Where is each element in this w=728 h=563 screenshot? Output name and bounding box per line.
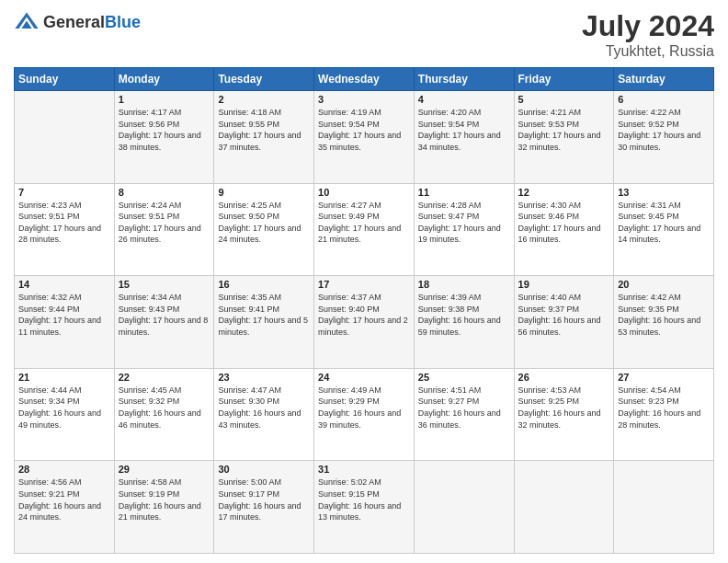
day-number: 23 — [218, 372, 310, 383]
day-info: Sunrise: 4:34 AMSunset: 9:43 PMDaylight:… — [119, 292, 210, 338]
day-number: 16 — [218, 279, 310, 290]
day-info: Sunrise: 5:00 AMSunset: 9:17 PMDaylight:… — [218, 477, 310, 523]
col-sunday: Sunday — [15, 68, 115, 91]
calendar-cell: 18 Sunrise: 4:39 AMSunset: 9:38 PMDaylig… — [414, 276, 514, 369]
day-info: Sunrise: 4:24 AMSunset: 9:51 PMDaylight:… — [119, 200, 210, 246]
day-number: 27 — [618, 372, 710, 383]
day-number: 26 — [518, 372, 610, 383]
calendar-cell: 9 Sunrise: 4:25 AMSunset: 9:50 PMDayligh… — [214, 183, 314, 276]
day-number: 18 — [418, 279, 510, 290]
calendar-cell — [514, 461, 614, 554]
day-info: Sunrise: 4:42 AMSunset: 9:35 PMDaylight:… — [618, 292, 710, 338]
day-info: Sunrise: 4:30 AMSunset: 9:46 PMDaylight:… — [518, 200, 610, 246]
calendar-cell — [614, 461, 714, 554]
calendar-cell: 14 Sunrise: 4:32 AMSunset: 9:44 PMDaylig… — [15, 276, 115, 369]
day-info: Sunrise: 4:18 AMSunset: 9:55 PMDaylight:… — [218, 107, 310, 153]
day-info: Sunrise: 4:45 AMSunset: 9:32 PMDaylight:… — [119, 385, 210, 431]
calendar-cell: 3 Sunrise: 4:19 AMSunset: 9:54 PMDayligh… — [314, 91, 415, 184]
day-number: 12 — [518, 187, 610, 198]
month-year: July 2024 — [582, 9, 714, 43]
calendar-cell: 31 Sunrise: 5:02 AMSunset: 9:15 PMDaylig… — [314, 461, 415, 554]
day-number: 17 — [318, 279, 410, 290]
day-number: 20 — [618, 279, 710, 290]
col-wednesday: Wednesday — [314, 68, 415, 91]
logo-icon — [14, 9, 40, 35]
day-number: 9 — [218, 187, 310, 198]
day-info: Sunrise: 4:56 AMSunset: 9:21 PMDaylight:… — [18, 477, 110, 523]
calendar-cell: 2 Sunrise: 4:18 AMSunset: 9:55 PMDayligh… — [214, 91, 314, 184]
calendar-cell: 8 Sunrise: 4:24 AMSunset: 9:51 PMDayligh… — [114, 183, 214, 276]
calendar-cell: 5 Sunrise: 4:21 AMSunset: 9:53 PMDayligh… — [514, 91, 614, 184]
calendar-cell: 29 Sunrise: 4:58 AMSunset: 9:19 PMDaylig… — [114, 461, 214, 554]
day-number: 31 — [318, 464, 410, 475]
day-number: 30 — [218, 464, 310, 475]
col-friday: Friday — [514, 68, 614, 91]
calendar-week-4: 28 Sunrise: 4:56 AMSunset: 9:21 PMDaylig… — [15, 461, 714, 554]
day-number: 7 — [18, 187, 110, 198]
day-number: 2 — [218, 94, 310, 105]
day-info: Sunrise: 4:39 AMSunset: 9:38 PMDaylight:… — [418, 292, 510, 338]
day-info: Sunrise: 4:58 AMSunset: 9:19 PMDaylight:… — [119, 477, 210, 523]
day-info: Sunrise: 4:49 AMSunset: 9:29 PMDaylight:… — [318, 385, 410, 431]
day-number: 8 — [119, 187, 210, 198]
calendar-cell — [414, 461, 514, 554]
day-info: Sunrise: 4:47 AMSunset: 9:30 PMDaylight:… — [218, 385, 310, 431]
calendar-cell: 26 Sunrise: 4:53 AMSunset: 9:25 PMDaylig… — [514, 368, 614, 461]
calendar-cell: 30 Sunrise: 5:00 AMSunset: 9:17 PMDaylig… — [214, 461, 314, 554]
day-number: 6 — [618, 94, 710, 105]
day-info: Sunrise: 4:51 AMSunset: 9:27 PMDaylight:… — [418, 385, 510, 431]
calendar-cell: 17 Sunrise: 4:37 AMSunset: 9:40 PMDaylig… — [314, 276, 415, 369]
logo-blue: Blue — [105, 13, 141, 31]
calendar-cell: 22 Sunrise: 4:45 AMSunset: 9:32 PMDaylig… — [114, 368, 214, 461]
calendar-cell: 15 Sunrise: 4:34 AMSunset: 9:43 PMDaylig… — [114, 276, 214, 369]
day-number: 29 — [119, 464, 210, 475]
day-info: Sunrise: 4:21 AMSunset: 9:53 PMDaylight:… — [518, 107, 610, 153]
day-info: Sunrise: 4:32 AMSunset: 9:44 PMDaylight:… — [18, 292, 110, 338]
day-info: Sunrise: 4:37 AMSunset: 9:40 PMDaylight:… — [318, 292, 410, 338]
day-number: 21 — [18, 372, 110, 383]
day-info: Sunrise: 4:22 AMSunset: 9:52 PMDaylight:… — [618, 107, 710, 153]
day-info: Sunrise: 4:23 AMSunset: 9:51 PMDaylight:… — [18, 200, 110, 246]
col-saturday: Saturday — [614, 68, 714, 91]
calendar-cell: 27 Sunrise: 4:54 AMSunset: 9:23 PMDaylig… — [614, 368, 714, 461]
calendar-week-3: 21 Sunrise: 4:44 AMSunset: 9:34 PMDaylig… — [15, 368, 714, 461]
day-number: 4 — [418, 94, 510, 105]
day-info: Sunrise: 4:53 AMSunset: 9:25 PMDaylight:… — [518, 385, 610, 431]
logo-general: General — [43, 13, 105, 31]
calendar-cell: 23 Sunrise: 4:47 AMSunset: 9:30 PMDaylig… — [214, 368, 314, 461]
calendar-cell: 19 Sunrise: 4:40 AMSunset: 9:37 PMDaylig… — [514, 276, 614, 369]
day-info: Sunrise: 4:40 AMSunset: 9:37 PMDaylight:… — [518, 292, 610, 338]
calendar-week-0: 1 Sunrise: 4:17 AMSunset: 9:56 PMDayligh… — [15, 91, 714, 184]
calendar-cell: 11 Sunrise: 4:28 AMSunset: 9:47 PMDaylig… — [414, 183, 514, 276]
day-info: Sunrise: 4:25 AMSunset: 9:50 PMDaylight:… — [218, 200, 310, 246]
day-info: Sunrise: 4:20 AMSunset: 9:54 PMDaylight:… — [418, 107, 510, 153]
day-number: 25 — [418, 372, 510, 383]
calendar-cell: 20 Sunrise: 4:42 AMSunset: 9:35 PMDaylig… — [614, 276, 714, 369]
calendar-cell: 1 Sunrise: 4:17 AMSunset: 9:56 PMDayligh… — [114, 91, 214, 184]
day-info: Sunrise: 4:27 AMSunset: 9:49 PMDaylight:… — [318, 200, 410, 246]
calendar-week-1: 7 Sunrise: 4:23 AMSunset: 9:51 PMDayligh… — [15, 183, 714, 276]
col-tuesday: Tuesday — [214, 68, 314, 91]
day-info: Sunrise: 4:28 AMSunset: 9:47 PMDaylight:… — [418, 200, 510, 246]
day-info: Sunrise: 4:31 AMSunset: 9:45 PMDaylight:… — [618, 200, 710, 246]
logo-text: GeneralBlue — [43, 13, 141, 32]
day-number: 24 — [318, 372, 410, 383]
col-thursday: Thursday — [414, 68, 514, 91]
calendar-cell: 13 Sunrise: 4:31 AMSunset: 9:45 PMDaylig… — [614, 183, 714, 276]
logo: GeneralBlue — [14, 9, 141, 35]
calendar-cell: 6 Sunrise: 4:22 AMSunset: 9:52 PMDayligh… — [614, 91, 714, 184]
calendar-body: 1 Sunrise: 4:17 AMSunset: 9:56 PMDayligh… — [15, 91, 714, 554]
day-number: 22 — [119, 372, 210, 383]
day-info: Sunrise: 4:44 AMSunset: 9:34 PMDaylight:… — [18, 385, 110, 431]
location: Tyukhtet, Russia — [582, 43, 714, 60]
day-info: Sunrise: 5:02 AMSunset: 9:15 PMDaylight:… — [318, 477, 410, 523]
day-info: Sunrise: 4:17 AMSunset: 9:56 PMDaylight:… — [119, 107, 210, 153]
calendar-table: Sunday Monday Tuesday Wednesday Thursday… — [14, 67, 714, 554]
calendar-cell: 21 Sunrise: 4:44 AMSunset: 9:34 PMDaylig… — [15, 368, 115, 461]
day-number: 10 — [318, 187, 410, 198]
calendar-cell: 28 Sunrise: 4:56 AMSunset: 9:21 PMDaylig… — [15, 461, 115, 554]
calendar-page: GeneralBlue July 2024 Tyukhtet, Russia S… — [0, 0, 728, 563]
calendar-cell — [15, 91, 115, 184]
day-number: 5 — [518, 94, 610, 105]
title-block: July 2024 Tyukhtet, Russia — [582, 9, 714, 60]
